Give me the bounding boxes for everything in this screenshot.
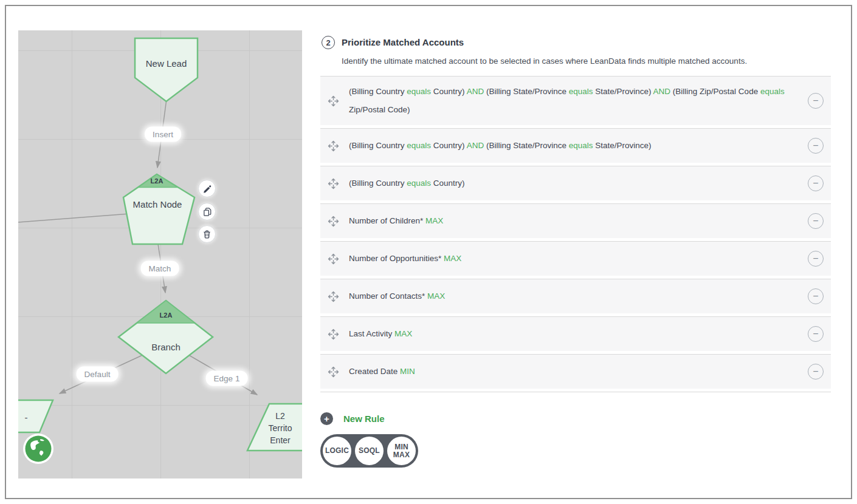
rule-text: Number of Children* MAX: [349, 212, 443, 230]
remove-rule-button[interactable]: −: [808, 364, 824, 380]
remove-rule-button[interactable]: −: [808, 251, 824, 267]
new-rule-label: New Rule: [343, 414, 385, 424]
drag-handle-icon[interactable]: [327, 366, 340, 378]
duplicate-node-button[interactable]: [198, 203, 216, 220]
minus-icon: −: [813, 141, 818, 151]
minus-icon: −: [813, 96, 818, 106]
globe-icon[interactable]: [22, 433, 54, 465]
copy-icon: [202, 207, 212, 217]
minus-icon: −: [813, 254, 818, 264]
flow-canvas[interactable]: New Lead L2A Match Node L2A Branch - L2 …: [18, 30, 302, 478]
delete-node-button[interactable]: [198, 225, 216, 243]
minus-icon: −: [813, 291, 818, 301]
edge-label-edge1[interactable]: Edge 1: [206, 371, 248, 386]
remove-rule-button[interactable]: −: [808, 175, 824, 191]
edge-left-incoming[interactable]: [18, 214, 129, 222]
branch-node-label[interactable]: Branch: [136, 341, 196, 354]
rule-row[interactable]: (Billing Country equals Country) AND (Bi…: [320, 76, 831, 125]
remove-rule-button[interactable]: −: [808, 326, 824, 342]
branch-node-badge: L2A: [148, 312, 184, 319]
edge-label-insert[interactable]: Insert: [145, 127, 181, 142]
rule-row[interactable]: Number of Opportunities* MAX −: [320, 241, 831, 276]
rule-list: (Billing Country equals Country) AND (Bi…: [320, 76, 831, 392]
remove-rule-button[interactable]: −: [808, 288, 824, 304]
match-node-badge: L2A: [139, 177, 175, 185]
rule-row[interactable]: Number of Children* MAX −: [320, 203, 831, 238]
remove-rule-button[interactable]: −: [808, 138, 824, 154]
rule-row[interactable]: (Billing Country equals Country) −: [320, 166, 831, 200]
minus-icon: −: [813, 329, 818, 339]
match-node-label[interactable]: Match Node: [127, 198, 188, 211]
right-target-line-2: Territo: [260, 422, 300, 434]
rule-text: (Billing Country equals Country): [349, 174, 465, 192]
right-target-line-3: Enter: [260, 434, 300, 446]
panel-subtitle: Identify the ultimate matched account to…: [342, 55, 831, 67]
minus-icon: −: [813, 216, 818, 226]
right-target-line-1: L2: [260, 410, 300, 422]
drag-handle-icon[interactable]: [327, 177, 340, 190]
prioritize-panel: 2 Prioritize Matched Accounts Identify t…: [320, 35, 831, 468]
rule-text: Number of Opportunities* MAX: [349, 250, 461, 268]
rule-text: (Billing Country equals Country) AND (Bi…: [349, 137, 652, 155]
remove-rule-button[interactable]: −: [808, 93, 824, 109]
pencil-icon: [202, 184, 212, 193]
rule-row[interactable]: Created Date MIN −: [320, 354, 831, 389]
step-number-badge: 2: [322, 36, 335, 49]
remove-rule-button[interactable]: −: [808, 213, 824, 229]
rule-text: (Billing Country equals Country) AND (Bi…: [349, 83, 802, 119]
rule-row[interactable]: (Billing Country equals Country) AND (Bi…: [320, 128, 831, 163]
drag-handle-icon[interactable]: [327, 253, 340, 265]
drag-handle-icon[interactable]: [327, 95, 340, 107]
rule-mode-toggle-group: LOGICSOQLMINMAX: [320, 434, 418, 468]
plus-icon: +: [320, 412, 333, 425]
edge-label-match[interactable]: Match: [141, 261, 179, 276]
drag-handle-icon[interactable]: [327, 328, 340, 341]
rule-text: Number of Contacts* MAX: [349, 287, 445, 305]
toggle-soql[interactable]: SOQL: [355, 437, 384, 465]
panel-title: Prioritize Matched Accounts: [342, 35, 831, 50]
new-lead-node-label[interactable]: New Lead: [135, 57, 198, 70]
minus-icon: −: [813, 367, 818, 376]
left-exit-node-label[interactable]: -: [19, 411, 33, 424]
rule-row[interactable]: Last Activity MAX −: [320, 316, 831, 351]
drag-handle-icon[interactable]: [327, 215, 340, 228]
rule-text: Created Date MIN: [349, 363, 415, 381]
new-rule-button[interactable]: + New Rule: [320, 412, 385, 425]
flow-graph: [18, 30, 302, 478]
drag-handle-icon[interactable]: [327, 140, 340, 152]
toggle-logic[interactable]: LOGIC: [323, 437, 351, 465]
rule-text: Last Activity MAX: [349, 325, 412, 343]
right-target-node-label[interactable]: L2 Territo Enter: [260, 410, 300, 446]
trash-icon: [202, 230, 212, 239]
edit-node-button[interactable]: [198, 180, 216, 197]
minus-icon: −: [813, 179, 818, 188]
panel-header: 2 Prioritize Matched Accounts Identify t…: [320, 35, 831, 67]
edge-label-default[interactable]: Default: [77, 367, 119, 382]
rule-row[interactable]: Number of Contacts* MAX −: [320, 279, 831, 313]
toggle-min-max[interactable]: MINMAX: [387, 437, 416, 465]
drag-handle-icon[interactable]: [327, 290, 340, 303]
